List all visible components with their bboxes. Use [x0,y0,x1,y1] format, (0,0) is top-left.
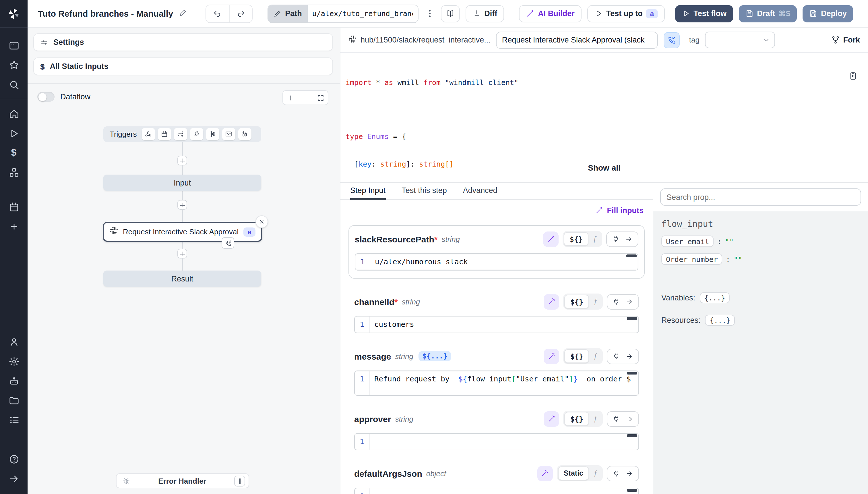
triggers-bar[interactable]: Triggers [103,126,261,142]
template-mode-button[interactable]: ${} [565,295,589,308]
robot-icon[interactable] [2,371,25,391]
path-edit-button[interactable]: Path [268,5,308,22]
approver-editor[interactable]: 1 [354,433,639,450]
insert-expression-button[interactable] [623,349,636,363]
fit-view-icon[interactable] [317,94,324,101]
schedules-icon[interactable] [2,197,25,216]
plug-connect-button[interactable] [610,412,623,425]
channelId-editor[interactable]: 1 customers [354,316,639,333]
function-mode-button[interactable]: f [589,469,601,478]
input-node[interactable]: Input [103,175,261,191]
add-step-button[interactable] [177,249,187,259]
plug-connect-button[interactable] [610,349,623,363]
plug-connect-button[interactable] [610,467,623,480]
gear-icon[interactable] [2,352,25,371]
add-step-button[interactable] [177,200,187,210]
scrollbar-thumb[interactable] [627,489,637,491]
redo-button[interactable] [229,5,252,22]
hub-script-path[interactable]: hub/11500/slack/request_interactive... [349,35,491,45]
ai-builder-button[interactable]: AI Builder [519,5,581,22]
add-icon[interactable] [2,216,25,236]
ai-fill-button[interactable] [544,411,559,426]
resources-icon[interactable] [2,163,25,182]
defaultArgsJson-editor[interactable]: 1 [354,488,639,494]
docs-button[interactable] [440,5,459,22]
route-trigger-icon[interactable] [174,128,187,140]
tab-step-input[interactable]: Step Input [350,183,386,200]
collapse-sidebar-icon[interactable] [2,469,25,488]
zoom-out-icon[interactable] [302,94,309,101]
poll-trigger-icon[interactable] [238,128,252,140]
star-icon[interactable] [2,55,25,75]
prop-key-pill[interactable]: User email [661,235,714,247]
insert-expression-button[interactable] [623,467,636,480]
logs-icon[interactable] [2,410,25,430]
function-mode-button[interactable]: f [589,414,601,423]
all-static-inputs-row[interactable]: $ All Static Inputs [33,57,333,75]
insert-expression-button[interactable] [623,295,636,308]
apps-icon[interactable] [2,36,25,55]
step-summary-input[interactable] [496,31,658,49]
undo-button[interactable] [206,5,229,22]
template-mode-button[interactable]: ${} [565,349,589,363]
code-preview[interactable]: import * as wmill from "windmill-client"… [340,53,868,183]
flow-settings-row[interactable]: Settings [33,33,333,51]
scrollbar-thumb[interactable] [626,254,637,257]
test-flow-button[interactable]: Test flow [675,5,733,22]
ai-fill-button[interactable] [544,231,559,247]
fill-inputs-button[interactable]: Fill inputs [596,206,644,214]
delete-step-button[interactable] [255,215,268,228]
slackResourcePath-editor[interactable]: 1 u/alex/humorous_slack [355,253,638,270]
insert-expression-button[interactable] [622,232,635,246]
template-mode-button[interactable]: ${} [564,232,588,246]
plug-connect-button[interactable] [609,232,622,246]
test-up-to-button[interactable]: Test up to a [587,5,665,22]
prop-key-pill[interactable]: Order number [661,253,723,265]
webhook-trigger-icon[interactable] [142,128,155,140]
show-all-code-button[interactable]: Show all [582,162,626,175]
insert-expression-button[interactable] [623,412,636,425]
tag-select[interactable] [705,32,775,48]
scrollbar-thumb[interactable] [627,434,637,437]
copy-code-button[interactable] [814,62,858,92]
edit-title-icon[interactable] [179,8,187,19]
variables-icon[interactable]: $ [2,143,25,163]
windmill-logo[interactable] [0,0,27,27]
fork-button[interactable]: Fork [831,36,860,44]
ai-fill-button[interactable] [544,348,559,364]
variables-pill[interactable]: {...} [700,292,730,303]
runs-icon[interactable] [2,124,25,143]
add-step-button[interactable] [177,156,187,166]
add-error-handler-button[interactable] [234,475,245,486]
search-icon[interactable] [2,75,25,94]
more-menu-button[interactable] [424,10,435,18]
help-icon[interactable] [2,449,25,469]
template-mode-button[interactable]: ${} [565,412,589,426]
ai-fill-button[interactable] [544,294,559,309]
scrollbar-thumb[interactable] [627,317,637,320]
suspend-approval-badge[interactable] [222,237,234,249]
folder-icon[interactable] [2,391,25,410]
function-mode-button[interactable]: f [589,297,601,306]
kafka-trigger-icon[interactable] [206,128,219,140]
email-trigger-icon[interactable] [222,128,235,140]
message-editor[interactable]: 1 Refund request by _${flow_input["User … [354,370,639,396]
function-mode-button[interactable]: f [589,352,601,361]
static-mode-button[interactable]: Static [558,467,589,480]
deploy-button[interactable]: Deploy [803,5,853,22]
websocket-trigger-icon[interactable] [190,128,203,140]
zoom-in-icon[interactable] [287,94,294,101]
dataflow-toggle[interactable] [37,92,55,102]
tab-test-this-step[interactable]: Test this step [401,183,447,200]
result-node[interactable]: Result [103,270,261,287]
home-icon[interactable] [2,104,25,124]
ai-fill-button[interactable] [537,466,553,481]
draft-button[interactable]: Draft ⌘S [738,5,797,22]
tab-advanced[interactable]: Advanced [463,183,497,200]
function-mode-button[interactable]: f [588,234,601,244]
diff-button[interactable]: Diff [465,5,504,22]
plug-connect-button[interactable] [610,295,623,308]
path-input[interactable] [308,5,418,22]
resources-pill[interactable]: {...} [705,315,735,326]
search-prop-input[interactable] [660,188,861,206]
